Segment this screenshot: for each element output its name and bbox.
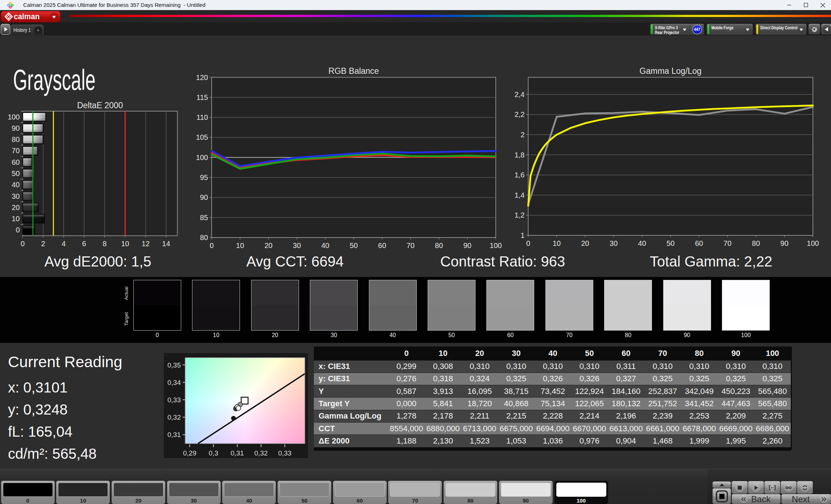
minimize-button[interactable]: [781, 0, 798, 10]
play-button[interactable]: [748, 481, 764, 494]
pattern-window-button[interactable]: [712, 488, 731, 504]
stat-total-gamma: Total Gamma: 2,22: [650, 253, 772, 270]
page-title: Grayscale: [13, 63, 96, 97]
tab-scroll-button[interactable]: [1, 24, 10, 35]
stop-button[interactable]: [732, 481, 748, 494]
table-row-label: x: CIE31: [314, 360, 388, 373]
table-cell: 0,308: [425, 360, 461, 373]
table-cell: 0,310: [644, 360, 681, 373]
calman-menu-dropdown[interactable]: [50, 13, 58, 21]
table-cell: 0,000: [388, 398, 425, 410]
table-row-label: Y: [314, 385, 388, 398]
pattern-tile-80[interactable]: 80: [444, 481, 497, 504]
pattern-tile-30[interactable]: 30: [167, 481, 221, 504]
collapse-panel-button[interactable]: [821, 24, 831, 34]
chevrons-right-icon: [821, 497, 826, 501]
strip-swatch-40: [369, 280, 417, 331]
measurement-table-grid: 0102030405060708090100x: CIE310,2990,308…: [314, 346, 791, 448]
display-control-button[interactable]: Direct Display Control: [756, 24, 806, 35]
table-cell: 1,053: [498, 435, 535, 447]
table-cell: 0,976: [571, 435, 608, 447]
table-cell: 0,310: [754, 360, 791, 373]
table-cell: 38,715: [498, 385, 535, 398]
display-dropdown[interactable]: [798, 26, 805, 33]
calman-diamond-icon: [4, 12, 13, 21]
pattern-swatch: [501, 483, 551, 497]
pattern-tile-10[interactable]: 10: [56, 481, 110, 504]
table-cell: 565,480: [754, 385, 791, 398]
pattern-tile-40[interactable]: 40: [222, 481, 276, 504]
stat-contrast-ratio: Contrast Ratio: 963: [440, 253, 565, 270]
pattern-tile-50[interactable]: 50: [278, 481, 331, 504]
strip-swatch-60: [486, 280, 534, 331]
pattern-tile-label: 70: [388, 497, 442, 504]
settings-button[interactable]: [809, 24, 820, 34]
meter-select-button[interactable]: X-Rite i1Pro 3 Rear Projector 447: [650, 24, 704, 35]
pattern-tile-0[interactable]: 0: [1, 481, 55, 504]
table-column-header: 30: [498, 346, 535, 360]
tab-history-1[interactable]: History 1 +: [11, 25, 43, 35]
table-cell: 0,311: [608, 360, 644, 373]
stat-avg-cct: Avg CCT: 6694: [246, 253, 344, 270]
table-cell: 2,215: [498, 410, 535, 422]
pattern-tile-90[interactable]: 90: [499, 481, 553, 504]
strip-swatch-50: [428, 280, 475, 331]
svg-text:0,33: 0,33: [278, 449, 291, 457]
close-button[interactable]: [814, 0, 831, 10]
table-cell: 0,310: [461, 360, 498, 373]
table-cell: 1,995: [718, 435, 754, 447]
table-cell: 565,480: [754, 398, 791, 410]
svg-text:60: 60: [378, 242, 386, 249]
svg-text:0,34: 0,34: [167, 379, 181, 386]
infinity-icon: [785, 486, 792, 490]
window-titlebar: Calman 2025 Calman Ultimate for Business…: [0, 0, 831, 10]
add-tab-button[interactable]: +: [32, 25, 44, 35]
pattern-tile-100[interactable]: 100: [554, 481, 608, 504]
continuous-measure-button[interactable]: [781, 481, 797, 494]
strip-swatch-30: [310, 280, 358, 331]
pattern-tile-70[interactable]: 70: [388, 481, 442, 504]
svg-text:2,2: 2,2: [515, 110, 525, 118]
svg-text:100: 100: [196, 154, 208, 161]
table-row-label: ΔE 2000: [314, 435, 388, 447]
calman-menu-button[interactable]: calman: [1, 11, 60, 22]
svg-text:50: 50: [666, 239, 674, 247]
reading-x: x: 0,3101: [8, 379, 68, 396]
measurement-table: 0102030405060708090100x: CIE310,2990,308…: [314, 346, 791, 450]
next-button[interactable]: Next: [781, 494, 831, 504]
pattern-swatch: [224, 483, 274, 497]
interval-mode-button[interactable]: [764, 481, 780, 494]
table-cell: 184,160: [608, 385, 644, 398]
table-cell: 6694,000: [535, 422, 571, 434]
svg-text:10: 10: [121, 240, 129, 248]
pattern-tile-20[interactable]: 20: [112, 481, 165, 504]
table-cell: 341,452: [681, 398, 718, 410]
svg-text:0: 0: [16, 226, 20, 234]
strip-swatch-label: 30: [310, 332, 358, 339]
current-reading-title: Current Reading: [8, 353, 122, 371]
table-cell: 0,325: [644, 373, 681, 385]
source-select-button[interactable]: Mobile Forge: [707, 24, 753, 35]
table-cell: 1,468: [644, 435, 681, 447]
meter-dropdown[interactable]: [681, 26, 688, 33]
svg-text:70: 70: [407, 242, 415, 249]
strip-swatch-10: [192, 280, 240, 331]
pattern-tile-60[interactable]: 60: [333, 481, 387, 504]
pattern-tile-label: 0: [1, 497, 55, 504]
table-cell: 5,841: [425, 398, 461, 410]
meter-count-badge[interactable]: 447: [693, 25, 701, 34]
pattern-swatch: [335, 483, 385, 497]
refresh-button[interactable]: [797, 481, 813, 494]
calman-app-icon: [6, 1, 14, 9]
svg-text:20: 20: [12, 203, 20, 211]
table-row: Gamma Log/Log1,2782,1782,2112,2152,2282,…: [314, 410, 791, 422]
svg-text:0: 0: [21, 240, 25, 248]
table-cell: 0,325: [718, 373, 754, 385]
svg-text:60: 60: [12, 158, 20, 166]
table-cell: 0,310: [535, 360, 571, 373]
table-row: Y0,5873,91316,09538,71573,452122,924184,…: [314, 385, 791, 398]
back-button[interactable]: Back: [732, 494, 781, 504]
maximize-button[interactable]: [798, 0, 814, 10]
pattern-panel-expand-button[interactable]: [712, 482, 731, 488]
source-dropdown[interactable]: [744, 26, 751, 33]
